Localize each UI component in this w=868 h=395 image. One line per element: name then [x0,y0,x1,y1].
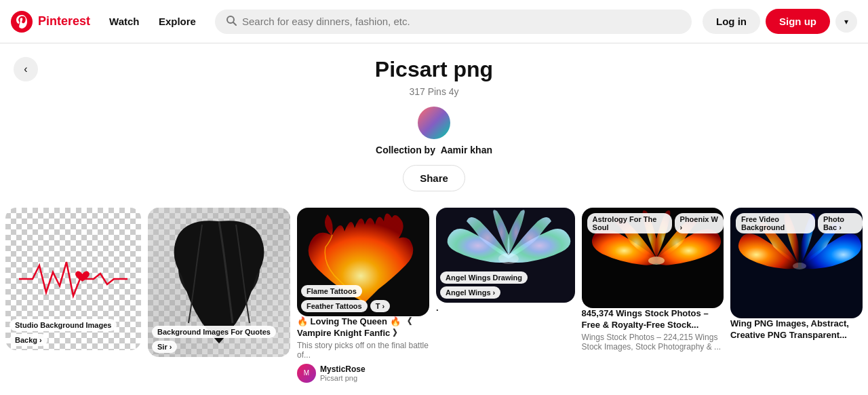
header-actions: Log in Sign up ▾ [703,9,857,34]
pin-tag: Background Images For Quotes [152,326,276,338]
pin-tags-top: Free Video Background Photo Bac › [736,213,863,233]
pins-grid: Studio Background Images Backg › Backgro… [0,202,868,387]
list-item[interactable]: Angel Wings Drawing Angel Wings › . [436,208,575,387]
pin-desc: This story picks off on the final battle… [297,341,429,360]
pin-image-4[interactable]: Angel Wings Drawing Angel Wings › [436,208,575,303]
pin-image-5[interactable]: Astrology For The Soul Phoenix W › [582,208,724,308]
pin-title: 845,374 Wings Stock Photos – Free & Roya… [582,308,724,331]
pin-tag-more: T › [370,300,390,312]
pin-title: . [436,303,575,314]
svg-point-5 [648,257,665,265]
board-author: Aamir khan [441,145,492,155]
pin-content: Wing PNG Images, Abstract, Creative PNG … [730,318,863,344]
login-button[interactable]: Log in [703,9,760,34]
signup-button[interactable]: Sign up [766,9,830,34]
user-board: Picsart png [320,374,366,382]
pin-user-row: M MysticRose Picsart png [297,360,429,384]
collection-by-label: Collection by [376,145,435,155]
list-item[interactable]: Free Video Background Photo Bac › Wing P… [730,208,863,387]
back-button[interactable]: ‹ [14,57,38,81]
avatar [418,107,450,139]
pin-tag: Angel Wings Drawing [440,271,528,284]
board-info: Picsart png 317 Pins 4y Collection by Aa… [0,43,868,202]
search-input[interactable] [242,16,681,27]
svg-point-6 [793,263,806,269]
pin-image-2[interactable]: Background Images For Quotes Sir › [148,208,290,357]
pin-content: 845,374 Wings Stock Photos – Free & Roya… [582,308,724,354]
logo[interactable]: Pinterest [11,11,90,33]
logo-text: Pinterest [38,14,90,29]
list-item[interactable]: Background Images For Quotes Sir › [148,208,290,387]
pin-tag: Sir › [152,341,177,353]
header: Pinterest Watch Explore Log in Sign up ▾ [0,0,868,43]
list-item[interactable]: Studio Background Images Backg › [5,208,141,387]
pin-desc: Wings Stock Photos – 224,215 Wings Stock… [582,333,724,352]
user-name: MysticRose [320,364,366,374]
board-title: Picsart png [375,57,493,82]
nav-explore[interactable]: Explore [151,10,204,33]
pin-content: 🔥 Loving The Queen 🔥 《 Vampire Knight Fa… [297,316,429,387]
user-info: MysticRose Picsart png [320,364,366,382]
board-collector: Collection by Aamir khan [376,145,492,155]
pinterest-logo-icon [11,11,33,33]
board-meta: 317 Pins 4y [409,86,458,97]
pin-image-1[interactable]: Studio Background Images Backg › [5,208,141,350]
nav-watch[interactable]: Watch [101,10,147,33]
pin-tag: Phoenix W › [675,213,724,233]
search-icon [226,15,237,29]
pin-tag: Free Video Background [736,213,815,233]
pin-title: Wing PNG Images, Abstract, Creative PNG … [730,318,863,341]
pin-tag: Flame Tattoos [301,285,362,297]
avatar-image [418,107,450,139]
pin-tag: Photo Bac › [818,213,863,233]
svg-point-4 [498,253,519,264]
pin-title: 🔥 Loving The Queen 🔥 《 Vampire Knight Fa… [297,316,429,339]
pin-content: . [436,303,575,317]
list-item[interactable]: Flame Tattoos Feather Tattoos T › 🔥 Lovi… [297,208,429,387]
pin-tag: Feather Tattoos [301,300,368,312]
pin-tags-top: Astrology For The Soul Phoenix W › [587,213,724,233]
share-button[interactable]: Share [403,165,465,191]
pin-tag: Studio Background Images [9,319,117,331]
list-item[interactable]: Astrology For The Soul Phoenix W › 845,3… [582,208,724,387]
search-bar[interactable] [215,10,692,34]
chevron-down-icon[interactable]: ▾ [835,11,857,33]
svg-line-2 [233,22,236,25]
pin-tag: Astrology For The Soul [587,213,672,233]
pin-image-3[interactable]: Flame Tattoos Feather Tattoos T › [297,208,429,316]
avatar: M [297,364,316,383]
pin-tag: Backg › [9,334,47,346]
pin-tag: Angel Wings › [440,286,500,299]
pin-image-6[interactable]: Free Video Background Photo Bac › [730,208,863,318]
main-nav: Watch Explore [101,16,204,28]
